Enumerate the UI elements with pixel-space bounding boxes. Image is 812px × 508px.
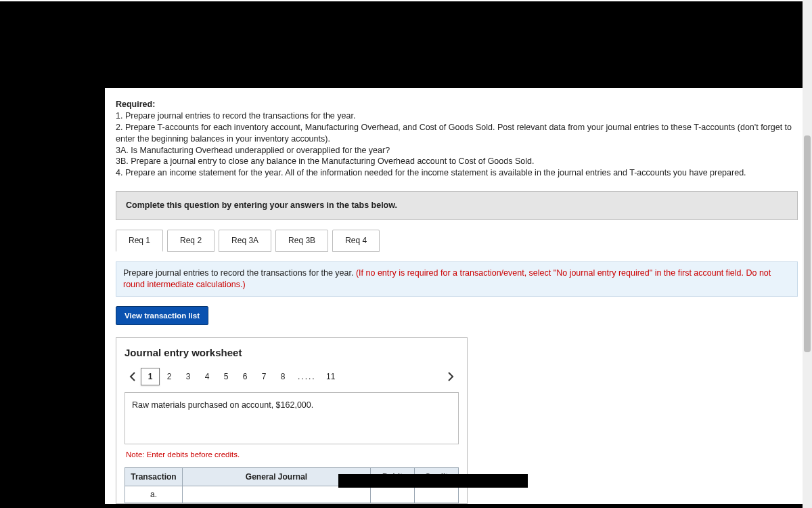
prompt-text: Prepare journal entries to record the tr… — [123, 268, 356, 278]
worksheet-title: Journal entry worksheet — [125, 346, 459, 360]
instruction-banner: Complete this question by entering your … — [116, 191, 798, 220]
worksheet-step-nav: 1 2 3 4 5 6 7 8 ..... 11 — [125, 368, 459, 385]
step-1[interactable]: 1 — [141, 368, 160, 385]
required-line-3b: 3B. Prepare a journal entry to close any… — [116, 156, 798, 167]
required-line-1: 1. Prepare journal entries to record the… — [116, 110, 798, 122]
step-11[interactable]: 11 — [321, 368, 340, 385]
prev-step-icon[interactable] — [125, 368, 141, 385]
vertical-scrollbar[interactable] — [803, 0, 812, 508]
prompt-block: Prepare journal entries to record the tr… — [116, 261, 798, 297]
scrollbar-thumb[interactable] — [804, 135, 811, 352]
step-6[interactable]: 6 — [235, 368, 254, 385]
tab-req-4[interactable]: Req 4 — [332, 230, 380, 252]
step-ellipsis: ..... — [292, 371, 321, 382]
txn-label-cell: a. — [125, 486, 183, 503]
debit-input-cell[interactable] — [371, 486, 415, 503]
top-divider — [0, 0, 812, 1]
account-select-cell[interactable] — [183, 486, 371, 503]
requirement-tabs: Req 1 Req 2 Req 3A Req 3B Req 4 — [116, 230, 798, 252]
step-5[interactable]: 5 — [217, 368, 235, 385]
next-step-icon[interactable] — [443, 368, 459, 385]
table-row: a. — [125, 486, 459, 503]
step-7[interactable]: 7 — [254, 368, 273, 385]
step-8[interactable]: 8 — [273, 368, 292, 385]
required-heading: Required: — [116, 99, 798, 110]
required-line-3a: 3A. Is Manufacturing Overhead underappli… — [116, 145, 798, 156]
step-2[interactable]: 2 — [160, 368, 179, 385]
transaction-description: Raw materials purchased on account, $162… — [125, 392, 459, 444]
tab-req-3b[interactable]: Req 3B — [275, 230, 328, 252]
credit-input-cell[interactable] — [415, 486, 459, 503]
required-line-2: 2. Prepare T-accounts for each inventory… — [116, 122, 798, 145]
assignment-page: Required: 1. Prepare journal entries to … — [105, 88, 809, 504]
bottom-redaction-bar — [338, 474, 528, 488]
debits-before-credits-note: Note: Enter debits before credits. — [125, 447, 459, 467]
required-line-4: 4. Prepare an income statement for the y… — [116, 167, 798, 179]
tab-req-1[interactable]: Req 1 — [116, 230, 163, 252]
step-3[interactable]: 3 — [179, 368, 198, 385]
step-4[interactable]: 4 — [198, 368, 217, 385]
view-transaction-list-button[interactable]: View transaction list — [116, 306, 208, 325]
required-block: Required: 1. Prepare journal entries to … — [116, 99, 798, 179]
tab-req-3a[interactable]: Req 3A — [219, 230, 271, 252]
app-frame: Required: 1. Prepare journal entries to … — [0, 0, 812, 508]
tab-req-2[interactable]: Req 2 — [167, 230, 215, 252]
col-transaction: Transaction — [125, 467, 183, 486]
